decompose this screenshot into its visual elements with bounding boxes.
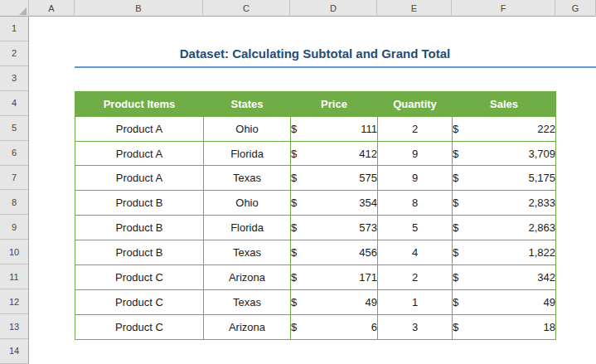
cell-price-content: $412 bbox=[291, 142, 377, 166]
row-header-10[interactable]: 10 bbox=[0, 240, 28, 265]
cell-sales-value: 3,709 bbox=[528, 148, 555, 160]
currency-symbol: $ bbox=[453, 123, 458, 135]
cell-product[interactable]: Product B bbox=[75, 240, 204, 265]
row-header-2[interactable]: 2 bbox=[0, 41, 28, 66]
cell-quantity[interactable]: 8 bbox=[378, 191, 453, 216]
cell-state[interactable]: Arizona bbox=[204, 314, 291, 339]
row-header-5[interactable]: 5 bbox=[0, 116, 28, 141]
table-row: Product BOhio$3548$2,833 bbox=[75, 191, 556, 216]
dataset-title: Dataset: Calculating Subtotal and Grand … bbox=[75, 41, 555, 66]
select-all-triangle-icon bbox=[19, 7, 27, 15]
cell-state[interactable]: Texas bbox=[204, 289, 291, 314]
cell-state[interactable]: Arizona bbox=[204, 265, 291, 290]
cell-price[interactable]: $6 bbox=[291, 314, 378, 339]
cell-price[interactable]: $354 bbox=[291, 191, 378, 216]
cell-sales[interactable]: $1,822 bbox=[453, 240, 556, 265]
cell-quantity[interactable]: 2 bbox=[378, 265, 453, 290]
cell-sales-content: $3,709 bbox=[453, 142, 555, 166]
row-header-7[interactable]: 7 bbox=[0, 166, 28, 191]
cell-sales-value: 342 bbox=[537, 271, 555, 284]
cell-sales[interactable]: $2,833 bbox=[453, 191, 556, 216]
cell-sales[interactable]: $342 bbox=[453, 265, 556, 290]
table-row: Product BFlorida$5735$2,863 bbox=[75, 216, 556, 240]
cell-price[interactable]: $49 bbox=[291, 289, 378, 314]
cell-sales[interactable]: $18 bbox=[453, 314, 556, 339]
cell-product[interactable]: Product B bbox=[75, 191, 204, 216]
cell-product[interactable]: Product A bbox=[75, 116, 204, 141]
row-header-4[interactable]: 4 bbox=[0, 91, 28, 116]
header-cell-states[interactable]: States bbox=[204, 91, 291, 116]
cell-sales-content: $18 bbox=[453, 315, 555, 339]
row-header-1[interactable]: 1 bbox=[0, 17, 28, 41]
table-row: Product BTexas$4564$1,822 bbox=[75, 240, 556, 265]
cell-sales[interactable]: $5,175 bbox=[453, 166, 556, 191]
row-header-6[interactable]: 6 bbox=[0, 141, 28, 166]
cell-price-content: $171 bbox=[291, 265, 377, 289]
cell-quantity[interactable]: 9 bbox=[378, 141, 453, 166]
cell-sales[interactable]: $49 bbox=[453, 289, 556, 314]
cell-product[interactable]: Product C bbox=[75, 289, 204, 314]
row-header-13[interactable]: 13 bbox=[0, 314, 28, 339]
cell-quantity[interactable]: 3 bbox=[378, 314, 453, 339]
header-cell-product-items[interactable]: Product Items bbox=[75, 91, 204, 116]
cell-sales-content: $2,833 bbox=[453, 191, 555, 215]
cell-price[interactable]: $573 bbox=[291, 216, 378, 240]
cell-price[interactable]: $412 bbox=[291, 141, 378, 166]
table-header-row: Product ItemsStatesPriceQuantitySales bbox=[75, 91, 556, 116]
column-header-B[interactable]: B bbox=[75, 0, 203, 17]
row-header-14[interactable]: 14 bbox=[0, 339, 28, 364]
cell-price[interactable]: $171 bbox=[291, 265, 378, 290]
column-header-E[interactable]: E bbox=[377, 0, 452, 17]
cell-sales[interactable]: $2,863 bbox=[453, 216, 556, 240]
header-cell-price[interactable]: Price bbox=[291, 91, 378, 116]
row-header-8[interactable]: 8 bbox=[0, 190, 28, 215]
cell-quantity[interactable]: 1 bbox=[378, 289, 453, 314]
cell-price[interactable]: $575 bbox=[291, 166, 378, 191]
cell-state[interactable]: Ohio bbox=[204, 116, 291, 141]
cell-product[interactable]: Product A bbox=[75, 141, 204, 166]
cell-state[interactable]: Ohio bbox=[204, 191, 291, 216]
cell-state[interactable]: Texas bbox=[204, 166, 291, 191]
cell-price[interactable]: $456 bbox=[291, 240, 378, 265]
currency-symbol: $ bbox=[291, 123, 297, 135]
cell-sales[interactable]: $3,709 bbox=[453, 141, 556, 166]
header-cell-quantity[interactable]: Quantity bbox=[378, 91, 453, 116]
column-header-F[interactable]: F bbox=[452, 0, 555, 17]
row-header-11[interactable]: 11 bbox=[0, 265, 28, 289]
row-header-3[interactable]: 3 bbox=[0, 66, 28, 91]
currency-symbol: $ bbox=[291, 172, 297, 184]
cell-price-value: 354 bbox=[359, 197, 377, 209]
column-header-C[interactable]: C bbox=[203, 0, 290, 17]
cell-product[interactable]: Product B bbox=[75, 216, 204, 240]
cell-quantity[interactable]: 9 bbox=[378, 166, 453, 191]
cell-quantity[interactable]: 5 bbox=[378, 216, 453, 240]
cell-sales-value: 49 bbox=[544, 296, 555, 308]
cell-product[interactable]: Product C bbox=[75, 265, 204, 290]
table-row: Product CArizona$63$18 bbox=[75, 314, 556, 339]
header-cell-sales[interactable]: Sales bbox=[453, 91, 556, 116]
cell-product[interactable]: Product C bbox=[75, 314, 204, 339]
cell-state[interactable]: Texas bbox=[204, 240, 291, 265]
row-header-column: 1234567891011121314 bbox=[0, 17, 29, 364]
column-header-A[interactable]: A bbox=[29, 0, 75, 17]
cell-sales-content: $49 bbox=[453, 290, 555, 314]
row-header-9[interactable]: 9 bbox=[0, 215, 28, 240]
cell-quantity[interactable]: 4 bbox=[378, 240, 453, 265]
cell-sales-content: $1,822 bbox=[453, 240, 555, 265]
cell-quantity[interactable]: 2 bbox=[378, 116, 453, 141]
column-header-D[interactable]: D bbox=[290, 0, 377, 17]
cell-sales[interactable]: $222 bbox=[453, 116, 556, 141]
cell-price-value: 412 bbox=[359, 148, 377, 160]
cell-product[interactable]: Product A bbox=[75, 166, 204, 191]
table-row: Product AFlorida$4129$3,709 bbox=[75, 141, 556, 166]
cell-price[interactable]: $111 bbox=[291, 116, 378, 141]
cell-state[interactable]: Florida bbox=[204, 141, 291, 166]
currency-symbol: $ bbox=[291, 221, 297, 234]
currency-symbol: $ bbox=[291, 246, 297, 259]
select-all-corner[interactable] bbox=[0, 0, 29, 17]
row-header-12[interactable]: 12 bbox=[0, 289, 28, 314]
column-header-G[interactable]: G bbox=[555, 0, 596, 17]
cell-state[interactable]: Florida bbox=[204, 216, 291, 240]
cell-price-value: 171 bbox=[359, 271, 377, 284]
data-table: Product ItemsStatesPriceQuantitySales Pr… bbox=[75, 91, 556, 340]
